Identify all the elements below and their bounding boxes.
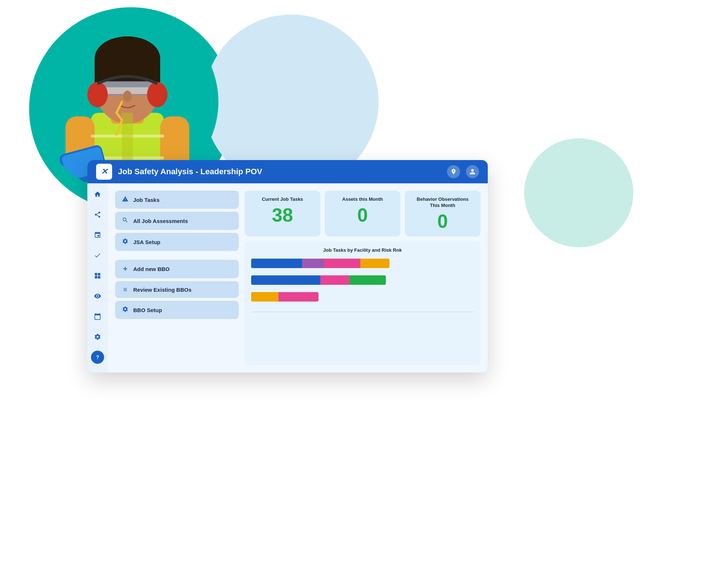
eye-icon [94,292,101,300]
sidebar-icon-share[interactable] [91,208,104,221]
all-job-assessments-menu-item[interactable]: All Job Assessments [115,212,239,230]
share-icon [94,211,101,218]
jsa-setup-label: JSA Setup [133,239,160,245]
grid-icon [94,272,101,279]
behavior-observations-card: Behavior Observations This Month 0 [405,191,480,236]
all-job-assessments-label: All Job Assessments [133,218,188,224]
bar-segment-blue-1 [251,259,302,268]
current-job-tasks-value: 38 [251,206,314,224]
bar-segment-pink-2 [320,275,349,285]
job-tasks-section: Job Tasks All Job Assessments [115,191,239,251]
chart-title: Job Tasks by Facility and Risk Rnk [251,247,474,253]
settings-icon [94,333,101,340]
current-job-tasks-label: Current Job Tasks [251,196,314,203]
job-tasks-menu-item[interactable]: Job Tasks [115,191,239,209]
sidebar: ? [87,183,108,372]
bbo-setup-label: BBO Setup [133,307,162,313]
bar-segment-blue-2 [251,275,320,285]
main-content: Job Tasks All Job Assessments [108,183,488,372]
chart-bar-row-1 [251,259,474,268]
jsa-setup-menu-item[interactable]: JSA Setup [115,233,239,251]
stats-row: Current Job Tasks 38 Assets this Month 0… [245,191,480,236]
chart-axis-spacer [251,305,474,310]
menu-panel: Job Tasks All Job Assessments [115,191,239,365]
gear-icon [122,238,129,246]
check-icon [94,252,101,259]
list-icon: ≡ [122,286,129,293]
sidebar-icon-calendar[interactable] [91,310,104,323]
help-label: ? [96,354,99,360]
app-body: ? Job Tasks [87,183,488,372]
search-icon [122,217,129,225]
review-bbos-menu-item[interactable]: ≡ Review Existing BBOs [115,281,239,298]
warning-icon [122,196,129,204]
assets-this-month-card: Assets this Month 0 [325,191,400,236]
bar-segment-orange-1 [360,259,389,268]
app-window: ✕ Job Safety Analysis - Leadership POV [87,160,488,372]
chart-bar-row-2 [251,275,474,285]
sidebar-icon-home[interactable] [91,188,104,201]
stats-panel: Current Job Tasks 38 Assets this Month 0… [245,191,480,365]
svg-point-12 [147,82,167,107]
app-header: ✕ Job Safety Analysis - Leadership POV [87,160,488,183]
home-icon [94,191,101,198]
behavior-observations-label: Behavior Observations This Month [411,196,474,209]
bar-segment-pink-3 [278,292,318,302]
chart-row-spacer-2 [251,288,474,292]
chart-panel: Job Tasks by Facility and Risk Rnk [245,242,480,365]
pin-icon [94,231,101,239]
chart-x-axis [251,312,474,312]
assets-this-month-label: Assets this Month [331,196,394,203]
logo-x-icon: ✕ [101,167,107,176]
bar-segment-orange-3 [251,292,278,302]
app-logo: ✕ [96,164,112,180]
bbo-gear-icon [122,306,129,314]
sidebar-icon-grid[interactable] [91,269,104,282]
bar-segment-pink-1 [324,259,360,268]
svg-point-11 [87,82,108,107]
sidebar-icon-check[interactable] [91,249,104,262]
location-button[interactable] [447,165,460,178]
sidebar-icon-help[interactable]: ? [91,351,104,364]
chart-bar-row-3 [251,292,474,302]
bbo-section: + Add new BBO ≡ Review Existing BBOs [115,260,239,319]
review-bbos-label: Review Existing BBOs [133,287,191,293]
bar-segment-green-2 [349,275,386,285]
user-button[interactable] [466,165,479,178]
user-icon [469,168,476,175]
svg-point-10 [123,91,132,102]
behavior-observations-value: 0 [411,212,474,231]
chart-row-spacer-1 [251,272,474,275]
add-bbo-menu-item[interactable]: + Add new BBO [115,260,239,278]
location-icon [450,168,457,175]
sidebar-icon-pin[interactable] [91,228,104,242]
current-job-tasks-card: Current Job Tasks 38 [245,191,320,236]
light-green-background-circle [524,138,633,247]
header-icons [447,165,479,178]
app-title: Job Safety Analysis - Leadership POV [118,167,447,176]
bbo-setup-menu-item[interactable]: BBO Setup [115,301,239,319]
calendar-icon [94,313,101,320]
sidebar-icon-eye[interactable] [91,290,104,303]
sidebar-icon-settings[interactable] [91,330,104,343]
assets-this-month-value: 0 [331,206,394,224]
chart-area [251,259,474,312]
bar-segment-purple-1 [302,259,324,268]
add-bbo-label: Add new BBO [133,266,170,272]
job-tasks-label: Job Tasks [133,197,159,203]
add-icon: + [122,265,129,273]
